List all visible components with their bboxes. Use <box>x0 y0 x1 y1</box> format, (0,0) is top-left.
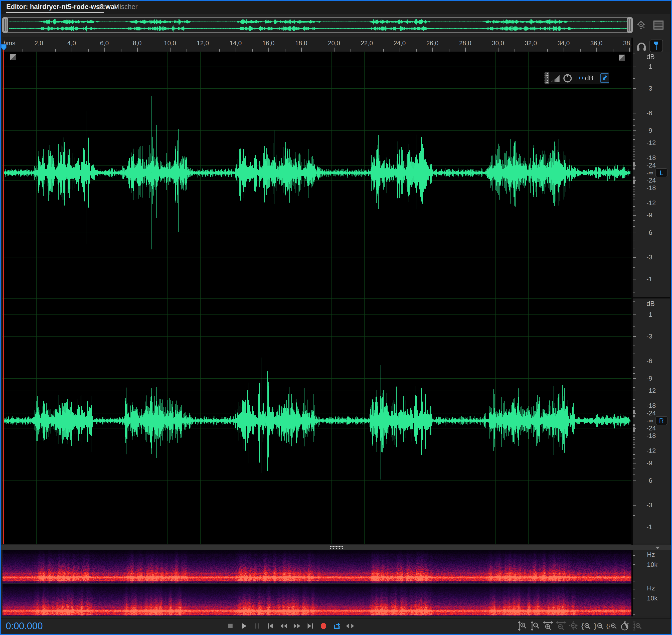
spectrogram-right[interactable] <box>2 584 631 616</box>
ruler-label: 18,0 <box>295 40 308 47</box>
volume-hud[interactable]: +0 dB <box>544 72 609 84</box>
zoom-to-out-point-button[interactable]: } <box>593 620 605 632</box>
hud-grip[interactable] <box>544 72 549 84</box>
svg-text:}: } <box>594 622 597 630</box>
db-scale-tick <box>633 203 636 203</box>
db-scale-label: -18 <box>647 184 656 192</box>
ruler-major-tick <box>629 48 630 51</box>
db-scale-tick <box>633 226 635 226</box>
ruler-minor-tick <box>186 49 187 51</box>
db-scale-tick <box>633 177 635 177</box>
transport-skip-to-start-button[interactable] <box>265 620 276 632</box>
collapse-arrow-icon[interactable] <box>655 547 660 549</box>
panel-layout-icon[interactable] <box>653 20 664 31</box>
transport-fast-forward-button[interactable] <box>291 620 303 632</box>
db-scale-tick <box>633 361 636 361</box>
panel-menu-icon[interactable] <box>99 5 105 9</box>
db-scale-label: -3 <box>647 253 652 261</box>
overview-range-selector[interactable] <box>2 17 633 33</box>
panel-splitter[interactable] <box>1 545 671 550</box>
transport-rewind-button[interactable] <box>278 620 289 632</box>
svg-text:{: { <box>581 622 584 630</box>
db-scale-tick <box>633 463 636 463</box>
ruler-label: 22,0 <box>361 40 373 47</box>
ruler-major-tick <box>597 48 597 51</box>
ruler-label: 34,0 <box>558 40 570 47</box>
fade-in-handle[interactable] <box>10 54 16 60</box>
waveform-display[interactable] <box>2 51 631 544</box>
db-scale-tick <box>633 139 635 140</box>
tab-mixer[interactable]: Mischer <box>114 1 138 13</box>
zoom-out-time-button[interactable] <box>555 620 566 632</box>
transport-loop-playback-button[interactable] <box>331 620 342 632</box>
db-scale-tick <box>633 178 635 178</box>
ruler-major-tick <box>72 48 72 51</box>
db-scale-label: -9 <box>647 127 652 134</box>
gain-knob-icon[interactable] <box>563 73 573 84</box>
pan-zoom-magnifier-icon[interactable] <box>635 19 647 32</box>
zoom-in-time-button[interactable] <box>542 620 554 632</box>
transport-skip-to-end-button[interactable] <box>305 620 316 632</box>
ruler-major-tick <box>564 48 564 51</box>
time-display[interactable]: 0:00.000 <box>6 621 43 632</box>
db-scale-tick <box>633 421 636 421</box>
db-scale-tick <box>633 152 635 152</box>
range-left-handle[interactable] <box>2 17 8 33</box>
splitter-grip[interactable] <box>330 546 343 549</box>
hud-pin-button[interactable] <box>600 73 609 83</box>
db-scale-tick <box>633 267 635 268</box>
ruler-label: 8,0 <box>133 40 142 47</box>
db-scale-tick <box>633 130 636 131</box>
transport-record-button[interactable] <box>318 620 329 632</box>
zoom-out-full-button[interactable] <box>568 620 579 632</box>
db-scale-tick <box>633 391 636 391</box>
zoom-out-amplitude-button[interactable] <box>530 620 541 632</box>
ruler-minor-tick <box>449 49 449 51</box>
freq-tick-label: 10k <box>647 594 657 602</box>
db-scale-tick <box>633 169 635 170</box>
zoom-to-selection-button[interactable]: {} <box>606 620 618 632</box>
zoom-in-amplitude-button[interactable] <box>517 620 528 632</box>
gain-value[interactable]: +0 <box>575 74 583 82</box>
headphones-icon[interactable] <box>636 41 647 53</box>
db-scale-label: -1 <box>647 523 652 531</box>
zoom-reset-vertical-button[interactable] <box>632 620 643 632</box>
ruler-minor-tick <box>613 49 613 51</box>
db-scale-tick <box>633 177 635 177</box>
ruler-label: 4,0 <box>67 40 76 47</box>
range-right-handle[interactable] <box>627 17 633 33</box>
db-scale-tick <box>633 481 636 481</box>
playhead-pin-button[interactable] <box>649 40 663 52</box>
ruler-label: 6,0 <box>100 40 109 47</box>
ruler-major-tick <box>137 48 138 51</box>
transport-skip-selection-button[interactable] <box>344 620 356 632</box>
ruler-major-tick <box>531 48 531 51</box>
fade-out-handle[interactable] <box>619 54 625 61</box>
timer-button[interactable] <box>619 620 630 632</box>
ruler-label: 16,0 <box>262 40 275 47</box>
ruler-major-tick <box>301 48 302 51</box>
db-scale-tick <box>633 383 635 384</box>
channel-badge-left[interactable]: L <box>655 168 668 177</box>
ruler-label: 10,0 <box>164 40 176 47</box>
spectrogram-left[interactable] <box>2 550 631 583</box>
db-scale-label: -1 <box>647 275 652 283</box>
ruler-label: 12,0 <box>197 40 209 47</box>
volume-bars-icon <box>551 73 561 83</box>
ruler-minor-tick <box>547 49 548 51</box>
zoom-to-in-point-button[interactable]: { <box>581 620 592 632</box>
transport-play-button[interactable] <box>238 620 249 632</box>
transport-pause-button[interactable] <box>252 620 263 632</box>
db-scale-tick <box>633 88 636 89</box>
db-scale-tick <box>633 302 635 302</box>
db-scale-tick <box>633 326 635 327</box>
db-scale-tick <box>633 197 635 197</box>
db-scale-label: -9 <box>647 375 652 382</box>
transport-stop-button[interactable] <box>225 620 236 632</box>
ruler-label: 2,0 <box>35 40 43 47</box>
zoom-toolbar: { } {} <box>517 620 643 632</box>
time-ruler[interactable]: hms 2,04,06,08,010,012,014,016,018,020,0… <box>2 38 631 52</box>
db-scale-tick <box>633 156 635 156</box>
channel-badge-right[interactable]: R <box>655 416 668 425</box>
db-scale-tick <box>633 215 636 216</box>
